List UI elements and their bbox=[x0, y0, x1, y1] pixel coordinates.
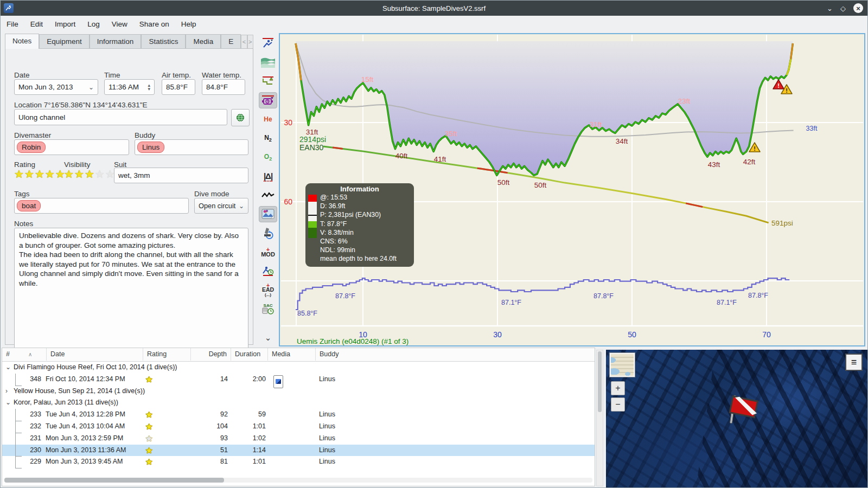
sac-icon[interactable]: SAC bbox=[259, 301, 277, 317]
trip-row[interactable]: ⌄Koror, Palau, Jun 2013 (11 dive(s)) bbox=[2, 397, 595, 409]
location-input[interactable]: Ulong channel bbox=[14, 109, 227, 125]
minimap[interactable] bbox=[609, 352, 635, 377]
waves-icon[interactable] bbox=[259, 54, 277, 70]
dive-site-map[interactable]: + − ≡ bbox=[606, 350, 868, 488]
trip-label: Divi Flamingo House Reef, Fri Oct 10, 20… bbox=[14, 362, 177, 374]
tissues-icon[interactable] bbox=[259, 225, 277, 241]
dive-computer-icon[interactable] bbox=[259, 92, 277, 108]
close-icon[interactable]: × bbox=[853, 3, 863, 13]
water-temp-label: Water temp. bbox=[202, 71, 241, 79]
time-axis-tick: 70 bbox=[762, 330, 771, 339]
horizontal-scrollbar[interactable] bbox=[4, 478, 592, 483]
helium-graph-icon[interactable]: He bbox=[259, 111, 277, 127]
expand-icon[interactable]: › bbox=[5, 386, 8, 397]
dive-row-348[interactable]: 348Fri Oct 10, 2014 12:34 PM★★★★★142:00L… bbox=[2, 374, 595, 386]
trip-row[interactable]: ›Yellow House, Sun Sep 21, 2014 (1 dive(… bbox=[2, 386, 595, 397]
gas-delta-icon[interactable]: |Δ| bbox=[259, 168, 277, 184]
minimize-icon[interactable]: ⌄ bbox=[827, 4, 833, 12]
dive-row-229[interactable]: 229Mon Jun 3, 2013 9:45 AM★★★★★811:01Lin… bbox=[2, 456, 595, 468]
maximize-icon[interactable]: ◇ bbox=[840, 4, 846, 12]
menu-item-share-on[interactable]: Share on bbox=[133, 18, 175, 30]
depth-label: 50ft bbox=[534, 181, 547, 189]
rating-stars[interactable]: ★★★★★ bbox=[14, 169, 65, 179]
dive-row-231[interactable]: 231Mon Jun 3, 2013 2:59 PM★★★★★931:02Lin… bbox=[2, 433, 595, 445]
depth-label: 42ft bbox=[743, 158, 756, 166]
divemaster-tag[interactable]: Robin bbox=[17, 142, 46, 153]
star-icon: ★ bbox=[145, 445, 152, 457]
dive-mode-profile-icon[interactable] bbox=[259, 35, 277, 52]
col-date[interactable]: Date bbox=[47, 348, 143, 361]
star-icon: ★ bbox=[145, 374, 152, 386]
col-number[interactable]: # ∧ bbox=[2, 348, 47, 361]
zoom-out-button[interactable]: − bbox=[611, 397, 625, 412]
date-combobox[interactable]: Mon Jun 3, 2013⌄ bbox=[14, 79, 98, 95]
col-duration[interactable]: Duration bbox=[231, 348, 268, 361]
menu-item-edit[interactable]: Edit bbox=[24, 18, 49, 30]
vertical-scrollbar[interactable] bbox=[596, 350, 603, 486]
ceiling-icon[interactable] bbox=[259, 73, 277, 89]
ead-icon[interactable]: +EAD(...) bbox=[259, 282, 277, 298]
dive-depth: 51 bbox=[192, 445, 228, 457]
tab-e[interactable]: E bbox=[221, 34, 241, 49]
zoom-in-button[interactable]: + bbox=[611, 381, 625, 395]
time-spinner[interactable]: 11:36 AM▴▾ bbox=[104, 79, 155, 95]
col-media[interactable]: Media bbox=[268, 348, 316, 361]
menu-item-import[interactable]: Import bbox=[49, 18, 81, 30]
buddy-tag[interactable]: Linus bbox=[137, 142, 164, 153]
dive-flag-marker[interactable] bbox=[730, 395, 758, 423]
col-buddy[interactable]: Buddy bbox=[316, 348, 595, 361]
tab-information[interactable]: Information bbox=[90, 34, 142, 49]
ndl-time-icon[interactable] bbox=[259, 263, 277, 279]
suit-input[interactable]: wet, 3mm bbox=[114, 168, 248, 183]
dive-mode-combobox[interactable]: Open circuit⌄ bbox=[194, 198, 248, 214]
star-icon: ★ bbox=[105, 169, 115, 179]
tree-branch bbox=[15, 456, 22, 468]
buddy-input[interactable]: Linus bbox=[135, 139, 248, 155]
menu-item-file[interactable]: File bbox=[1, 18, 24, 30]
dive-profile-chart[interactable]: 31ft15ft40ft41ft35ft50ft50ft31ft34ft23ft… bbox=[279, 33, 865, 346]
menu-item-view[interactable]: View bbox=[106, 18, 133, 30]
oxygen-graph-icon[interactable]: O2 bbox=[259, 149, 277, 165]
tree-branch bbox=[15, 421, 22, 433]
collapse-icon[interactable]: ⌄ bbox=[5, 397, 11, 409]
menu-item-help[interactable]: Help bbox=[175, 18, 202, 30]
notes-textarea[interactable]: Unbelievable dive. Dozens and dozens of … bbox=[14, 228, 248, 354]
dive-date: Mon Jun 3, 2013 9:45 AM bbox=[46, 456, 123, 468]
photos-icon[interactable] bbox=[259, 206, 277, 222]
tags-input[interactable]: boat bbox=[14, 198, 189, 214]
dive-mode-label: Dive mode bbox=[194, 190, 229, 198]
dive-row-233[interactable]: 233Tue Jun 4, 2013 12:28 PM★★★★★9259Linu… bbox=[2, 409, 595, 421]
tab-media[interactable]: Media bbox=[186, 34, 221, 49]
tab-scroll-right[interactable]: > bbox=[247, 35, 253, 49]
notes-form: Date Mon Jun 3, 2013⌄ Time 11:36 AM▴▾ Ai… bbox=[5, 48, 253, 345]
col-depth[interactable]: Depth bbox=[191, 348, 231, 361]
menu-item-log[interactable]: Log bbox=[81, 18, 106, 30]
divemaster-input[interactable]: Robin bbox=[14, 139, 129, 155]
dive-row-232[interactable]: 232Tue Jun 4, 2013 10:04 AM★★★★★1041:01L… bbox=[2, 421, 595, 433]
air-temp-field[interactable]: 85.8°F bbox=[162, 79, 195, 95]
tab-notes[interactable]: Notes bbox=[5, 34, 39, 49]
col-rating[interactable]: Rating bbox=[143, 348, 191, 361]
nitrogen-graph-icon[interactable]: N2 bbox=[259, 130, 277, 146]
geolookup-button[interactable] bbox=[231, 109, 250, 126]
mod-icon[interactable]: +MOD bbox=[259, 244, 277, 260]
dive-number: 229 bbox=[24, 456, 41, 468]
dive-list-header: # ∧ Date Rating Depth Duration Media Bud… bbox=[2, 348, 595, 362]
water-temp-field[interactable]: 84.8°F bbox=[202, 79, 245, 95]
tab-statistics[interactable]: Statistics bbox=[141, 34, 186, 49]
dive-row-230[interactable]: 230Mon Jun 3, 2013 11:36 AM★★★★★511:14Li… bbox=[2, 445, 595, 457]
toolbar-more-icon[interactable]: ⌄ bbox=[259, 330, 277, 346]
collapse-icon[interactable]: ⌄ bbox=[5, 362, 11, 374]
spin-arrows-icon[interactable]: ▴▾ bbox=[148, 84, 150, 91]
tab-scroll-left[interactable]: < bbox=[241, 35, 247, 49]
map-menu-button[interactable]: ≡ bbox=[845, 354, 863, 371]
tag-boat[interactable]: boat bbox=[17, 200, 41, 211]
dive-number: 231 bbox=[24, 433, 41, 445]
star-icon: ★ bbox=[145, 409, 152, 421]
heartrate-icon[interactable] bbox=[259, 187, 277, 203]
dive-notes-panel: NotesEquipmentInformationStatisticsMedia… bbox=[5, 34, 253, 345]
visibility-stars[interactable]: ★★★★★ bbox=[64, 169, 115, 179]
trip-row[interactable]: ⌄Divi Flamingo House Reef, Fri Oct 10, 2… bbox=[2, 362, 595, 374]
tab-equipment[interactable]: Equipment bbox=[39, 34, 90, 49]
dive-number: 232 bbox=[24, 421, 41, 433]
